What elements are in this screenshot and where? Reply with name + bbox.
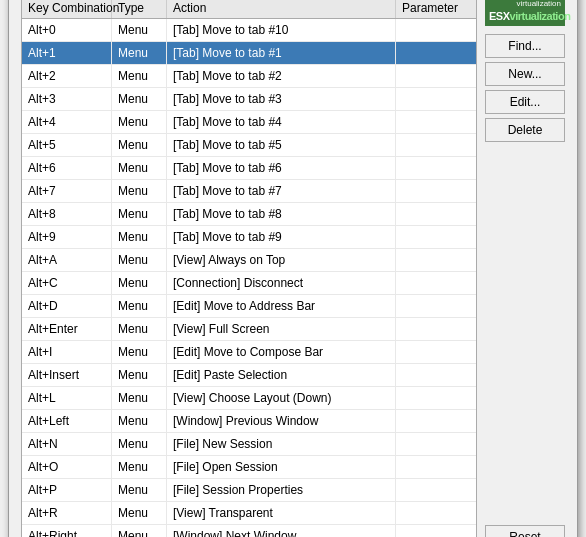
cell-key: Alt+4 [22, 111, 112, 133]
table-row[interactable]: Alt+5 Menu [Tab] Move to tab #5 [22, 134, 476, 157]
col-header-type: Type [112, 0, 167, 18]
cell-action: [Tab] Move to tab #1 [167, 42, 396, 64]
table-row[interactable]: Alt+1 Menu [Tab] Move to tab #1 [22, 42, 476, 65]
cell-action: [Tab] Move to tab #4 [167, 111, 396, 133]
cell-key: Alt+Left [22, 410, 112, 432]
cell-param [396, 341, 476, 363]
cell-action: [File] Session Properties [167, 479, 396, 501]
table-row[interactable]: Alt+Insert Menu [Edit] Paste Selection [22, 364, 476, 387]
cell-type: Menu [112, 502, 167, 524]
cell-key: Alt+A [22, 249, 112, 271]
cell-param [396, 203, 476, 225]
cell-key: Alt+C [22, 272, 112, 294]
cell-type: Menu [112, 226, 167, 248]
table-row[interactable]: Alt+O Menu [File] Open Session [22, 456, 476, 479]
cell-param [396, 88, 476, 110]
table-row[interactable]: Alt+L Menu [View] Choose Layout (Down) [22, 387, 476, 410]
find-button[interactable]: Find... [485, 34, 565, 58]
cell-type: Menu [112, 249, 167, 271]
table-row[interactable]: Alt+A Menu [View] Always on Top [22, 249, 476, 272]
table-row[interactable]: Alt+8 Menu [Tab] Move to tab #8 [22, 203, 476, 226]
cell-param [396, 111, 476, 133]
table-row[interactable]: Alt+N Menu [File] New Session [22, 433, 476, 456]
cell-key: Alt+9 [22, 226, 112, 248]
cell-key: Alt+P [22, 479, 112, 501]
cell-action: [Tab] Move to tab #6 [167, 157, 396, 179]
table-header: Key Combination Type Action Parameter [22, 0, 476, 19]
cell-type: Menu [112, 157, 167, 179]
main-area: Key Combination Type Action Parameter Al… [21, 0, 565, 537]
table-row[interactable]: Alt+9 Menu [Tab] Move to tab #9 [22, 226, 476, 249]
cell-action: [Tab] Move to tab #2 [167, 65, 396, 87]
table-row[interactable]: Alt+I Menu [Edit] Move to Compose Bar [22, 341, 476, 364]
cell-type: Menu [112, 479, 167, 501]
cell-key: Alt+Insert [22, 364, 112, 386]
cell-param [396, 433, 476, 455]
custom-key-mapping-dialog: ⌨ Custom Key mapping ? ✕ Current Key Set… [8, 0, 578, 537]
cell-param [396, 180, 476, 202]
cell-param [396, 226, 476, 248]
cell-action: [Edit] Paste Selection [167, 364, 396, 386]
cell-param [396, 364, 476, 386]
cell-action: [Tab] Move to tab #10 [167, 19, 396, 41]
table-row[interactable]: Alt+Enter Menu [View] Full Screen [22, 318, 476, 341]
cell-key: Alt+I [22, 341, 112, 363]
table-row[interactable]: Alt+C Menu [Connection] Disconnect [22, 272, 476, 295]
cell-type: Menu [112, 433, 167, 455]
cell-key: Alt+0 [22, 19, 112, 41]
table-row[interactable]: Alt+D Menu [Edit] Move to Address Bar [22, 295, 476, 318]
table-row[interactable]: Alt+Right Menu [Window] Next Window [22, 525, 476, 537]
cell-type: Menu [112, 525, 167, 537]
cell-param [396, 295, 476, 317]
cell-param [396, 42, 476, 64]
table-row[interactable]: Alt+Left Menu [Window] Previous Window [22, 410, 476, 433]
cell-key: Alt+3 [22, 88, 112, 110]
cell-type: Menu [112, 387, 167, 409]
table-row[interactable]: Alt+3 Menu [Tab] Move to tab #3 [22, 88, 476, 111]
cell-type: Menu [112, 456, 167, 478]
cell-type: Menu [112, 111, 167, 133]
cell-type: Menu [112, 295, 167, 317]
table-scroll[interactable]: Alt+0 Menu [Tab] Move to tab #10 Alt+1 M… [22, 19, 476, 537]
table-row[interactable]: Alt+6 Menu [Tab] Move to tab #6 [22, 157, 476, 180]
cell-param [396, 456, 476, 478]
cell-action: [View] Transparent [167, 502, 396, 524]
cell-param [396, 157, 476, 179]
cell-param [396, 318, 476, 340]
cell-action: [Connection] Disconnect [167, 272, 396, 294]
cell-param [396, 134, 476, 156]
cell-key: Alt+L [22, 387, 112, 409]
cell-type: Menu [112, 341, 167, 363]
cell-param [396, 502, 476, 524]
cell-key: Alt+R [22, 502, 112, 524]
cell-key: Alt+Right [22, 525, 112, 537]
col-header-param: Parameter [396, 0, 476, 18]
dialog-body: Current Key Setting: Key Combination Typ… [9, 0, 577, 537]
table-row[interactable]: Alt+R Menu [View] Transparent [22, 502, 476, 525]
cell-key: Alt+1 [22, 42, 112, 64]
table-row[interactable]: Alt+P Menu [File] Session Properties [22, 479, 476, 502]
cell-action: [Tab] Move to tab #9 [167, 226, 396, 248]
cell-type: Menu [112, 364, 167, 386]
cell-param [396, 479, 476, 501]
table-row[interactable]: Alt+4 Menu [Tab] Move to tab #4 [22, 111, 476, 134]
key-table[interactable]: Key Combination Type Action Parameter Al… [21, 0, 477, 537]
edit-button[interactable]: Edit... [485, 90, 565, 114]
new-button[interactable]: New... [485, 62, 565, 86]
reset-button[interactable]: Reset [485, 525, 565, 537]
cell-param [396, 410, 476, 432]
cell-type: Menu [112, 318, 167, 340]
cell-action: [File] Open Session [167, 456, 396, 478]
cell-action: [View] Always on Top [167, 249, 396, 271]
cell-action: [Tab] Move to tab #8 [167, 203, 396, 225]
cell-action: [Tab] Move to tab #5 [167, 134, 396, 156]
cell-action: [Edit] Move to Compose Bar [167, 341, 396, 363]
cell-key: Alt+D [22, 295, 112, 317]
table-row[interactable]: Alt+2 Menu [Tab] Move to tab #2 [22, 65, 476, 88]
delete-button[interactable]: Delete [485, 118, 565, 142]
cell-action: [Window] Previous Window [167, 410, 396, 432]
table-row[interactable]: Alt+0 Menu [Tab] Move to tab #10 [22, 19, 476, 42]
cell-type: Menu [112, 134, 167, 156]
table-row[interactable]: Alt+7 Menu [Tab] Move to tab #7 [22, 180, 476, 203]
cell-type: Menu [112, 19, 167, 41]
